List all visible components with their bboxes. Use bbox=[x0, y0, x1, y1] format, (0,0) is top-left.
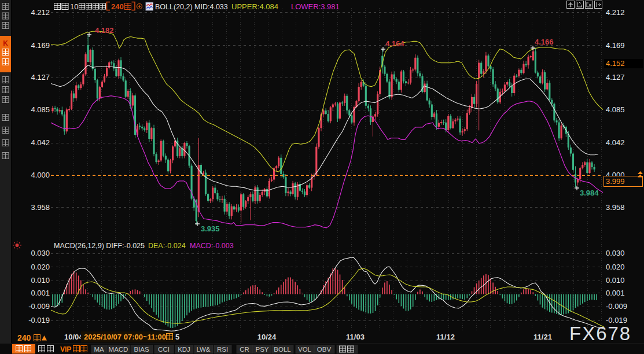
svg-text:0.030: 0.030 bbox=[606, 249, 625, 257]
svg-text:2025/10/07 07:00~11:00: 2025/10/07 07:00~11:00 bbox=[84, 333, 166, 341]
svg-text:4.152: 4.152 bbox=[606, 59, 625, 68]
svg-text:4.000: 4.000 bbox=[31, 171, 50, 179]
svg-text:11/21: 11/21 bbox=[533, 333, 552, 341]
svg-text:K: K bbox=[3, 39, 8, 47]
svg-text:10/04: 10/04 bbox=[64, 333, 83, 341]
svg-text:-0.019: -0.019 bbox=[28, 316, 50, 325]
svg-text:0.001: 0.001 bbox=[606, 289, 625, 297]
svg-text:MACD:-0.003: MACD:-0.003 bbox=[190, 242, 234, 250]
svg-text:240: 240 bbox=[111, 2, 124, 11]
svg-text:MA: MA bbox=[94, 346, 104, 353]
svg-text:4.085: 4.085 bbox=[31, 105, 50, 114]
svg-text:10/24: 10/24 bbox=[257, 333, 277, 341]
svg-text:CR: CR bbox=[240, 346, 249, 353]
svg-text:BOLL: BOLL bbox=[274, 346, 291, 353]
svg-text:3.935: 3.935 bbox=[201, 224, 220, 233]
svg-text:4.042: 4.042 bbox=[606, 138, 625, 147]
svg-text:4.169: 4.169 bbox=[606, 41, 625, 50]
svg-text:CCI: CCI bbox=[158, 346, 170, 353]
svg-text:0.001: 0.001 bbox=[31, 289, 50, 297]
svg-text:RSI: RSI bbox=[217, 346, 228, 353]
svg-text:3.999: 3.999 bbox=[606, 177, 625, 186]
svg-text:OBV: OBV bbox=[317, 346, 332, 353]
svg-text:4.212: 4.212 bbox=[606, 8, 625, 17]
svg-text:LOWER:3.981: LOWER:3.981 bbox=[291, 2, 340, 11]
svg-text:5: 5 bbox=[175, 333, 179, 341]
svg-text:4.127: 4.127 bbox=[31, 73, 50, 82]
svg-text:MACD(26,12,9) DIFF:-0.025: MACD(26,12,9) DIFF:-0.025 bbox=[54, 242, 145, 250]
svg-text:4.182: 4.182 bbox=[95, 26, 114, 35]
svg-text:0.020: 0.020 bbox=[31, 263, 50, 271]
svg-text:MACD: MACD bbox=[109, 346, 128, 353]
svg-text:BOLL(20,2) MID:4.033: BOLL(20,2) MID:4.033 bbox=[155, 3, 228, 11]
svg-text:11/12: 11/12 bbox=[436, 333, 455, 341]
svg-text:4.085: 4.085 bbox=[606, 105, 625, 114]
svg-text:DEA:-0.024: DEA:-0.024 bbox=[148, 242, 186, 250]
svg-text:4.169: 4.169 bbox=[31, 41, 50, 50]
svg-text:10: 10 bbox=[70, 2, 78, 11]
svg-text:KDJ: KDJ bbox=[178, 346, 190, 353]
svg-text:0.010: 0.010 bbox=[606, 276, 625, 285]
svg-text:VOL: VOL bbox=[298, 346, 312, 353]
svg-text:UPPER:4.084: UPPER:4.084 bbox=[231, 2, 278, 11]
svg-text:PSY: PSY bbox=[255, 346, 268, 353]
svg-text:11/03: 11/03 bbox=[346, 333, 365, 341]
svg-text:0.030: 0.030 bbox=[31, 249, 50, 257]
svg-text:3.984: 3.984 bbox=[580, 189, 599, 197]
svg-text:4.042: 4.042 bbox=[31, 138, 50, 147]
svg-text:-0.009: -0.009 bbox=[606, 302, 627, 311]
svg-text:LW&: LW& bbox=[196, 346, 210, 353]
svg-text:240: 240 bbox=[17, 333, 31, 342]
svg-text:4.166: 4.166 bbox=[535, 38, 554, 46]
svg-text:3.958: 3.958 bbox=[606, 203, 625, 212]
svg-text:3.958: 3.958 bbox=[31, 203, 50, 212]
svg-text:4.164: 4.164 bbox=[385, 39, 404, 48]
svg-text:FX678: FX678 bbox=[569, 323, 631, 344]
svg-text:VIP: VIP bbox=[60, 345, 71, 353]
svg-text:4.127: 4.127 bbox=[606, 73, 625, 82]
svg-text:4.212: 4.212 bbox=[31, 8, 50, 17]
svg-text:0.020: 0.020 bbox=[606, 263, 625, 271]
svg-text:BIAS: BIAS bbox=[134, 346, 149, 353]
svg-text:-0.009: -0.009 bbox=[28, 302, 50, 311]
svg-text:0.010: 0.010 bbox=[31, 276, 50, 285]
